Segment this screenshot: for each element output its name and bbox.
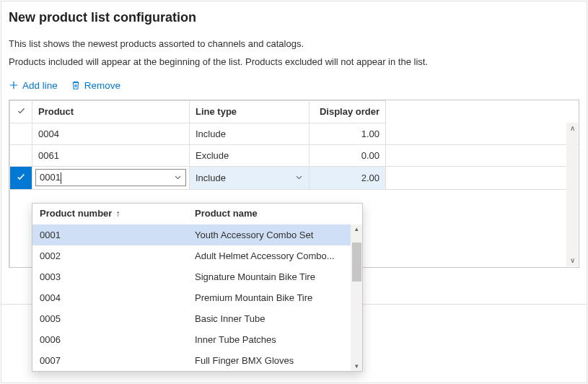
dropdown-item-name: Inner Tube Patches — [195, 334, 355, 345]
scrollbar-thumb[interactable] — [352, 243, 361, 282]
dropdown-item-number: 0002 — [40, 250, 195, 261]
column-header-select[interactable] — [10, 100, 32, 123]
checkmark-icon — [17, 106, 26, 115]
row-spacer — [386, 144, 579, 166]
line-type-value: Include — [196, 173, 226, 183]
sort-ascending-icon: ↑ — [115, 209, 120, 219]
dropdown-item[interactable]: 0006 Inner Tube Patches — [32, 329, 362, 350]
dropdown-item-number: 0003 — [40, 271, 195, 282]
dropdown-item-number: 0004 — [40, 292, 195, 303]
table-row[interactable]: 0004 Include 1.00 — [10, 123, 579, 144]
plus-icon — [9, 80, 19, 90]
display-order-cell[interactable]: 0.00 — [310, 144, 386, 166]
scroll-down-arrow-icon[interactable]: ▾ — [355, 363, 359, 370]
column-header-line-type[interactable]: Line type — [190, 100, 310, 123]
product-cell[interactable]: 0061 — [32, 144, 190, 166]
dropdown-column-product-number[interactable]: Product number ↑ — [40, 208, 195, 219]
add-line-button[interactable]: Add line — [9, 80, 58, 91]
line-type-cell[interactable]: Include — [190, 123, 310, 144]
dropdown-item-number: 0006 — [40, 334, 195, 345]
product-cell[interactable]: 0004 — [32, 123, 190, 144]
row-spacer — [386, 123, 579, 144]
chevron-down-icon[interactable] — [174, 173, 182, 183]
dropdown-item[interactable]: 0004 Premium Mountain Bike Tire — [32, 287, 362, 308]
description-line-1: This list shows the newest products asso… — [9, 38, 579, 51]
dropdown-item-name: Full Finger BMX Gloves — [195, 355, 355, 366]
toolbar: Add line Remove — [9, 80, 579, 91]
dropdown-item[interactable]: 0002 Adult Helmet Accessory Combo... — [32, 245, 362, 266]
row-select-cell-checked[interactable] — [10, 166, 32, 189]
dropdown-item-name: Youth Accessory Combo Set — [195, 230, 355, 240]
product-cell-editing[interactable]: 0001 — [32, 166, 190, 189]
row-spacer — [386, 166, 579, 189]
remove-label: Remove — [84, 80, 120, 91]
table-row-selected[interactable]: 0001 Include — [10, 166, 579, 189]
remove-button[interactable]: Remove — [71, 80, 120, 91]
line-type-cell[interactable]: Exclude — [190, 144, 310, 166]
description-line-2: Products included will appear at the beg… — [9, 56, 579, 67]
dropdown-item-number: 0005 — [40, 313, 195, 324]
product-list-config-panel: New product list configuration This list… — [1, 1, 587, 383]
dropdown-item-number: 0007 — [40, 355, 195, 366]
line-type-cell-select[interactable]: Include — [190, 166, 310, 189]
dropdown-item-name: Signature Mountain Bike Tire — [195, 271, 355, 282]
scroll-down-arrow-icon[interactable]: ∨ — [570, 257, 575, 264]
dropdown-item-name: Premium Mountain Bike Tire — [195, 292, 355, 303]
column-header-display-order[interactable]: Display order — [310, 100, 386, 123]
column-header-product[interactable]: Product — [32, 100, 190, 123]
trash-icon — [71, 80, 81, 90]
dropdown-scrollbar[interactable]: ▴ ▾ — [351, 224, 362, 371]
dropdown-item[interactable]: 0001 Youth Accessory Combo Set — [32, 224, 362, 245]
row-select-cell[interactable] — [10, 123, 32, 144]
checkmark-icon — [16, 172, 26, 182]
column-header-spacer — [386, 100, 579, 123]
product-input-value: 0001 — [40, 172, 174, 184]
add-line-label: Add line — [22, 80, 58, 91]
display-order-cell[interactable]: 2.00 — [310, 166, 386, 189]
scroll-up-arrow-icon[interactable]: ∧ — [570, 125, 575, 132]
product-lookup-dropdown: Product number ↑ Product name 0001 Youth… — [32, 203, 363, 372]
dropdown-item[interactable]: 0003 Signature Mountain Bike Tire — [32, 266, 362, 287]
table-row[interactable]: 0061 Exclude 0.00 — [10, 144, 579, 166]
dropdown-col-number-label: Product number — [40, 208, 112, 219]
row-select-cell[interactable] — [10, 144, 32, 166]
dropdown-column-product-name[interactable]: Product name — [195, 208, 355, 219]
page-title: New product list configuration — [9, 10, 579, 25]
dropdown-item[interactable]: 0007 Full Finger BMX Gloves — [32, 350, 362, 371]
grid-vertical-scrollbar[interactable]: ∧ ∨ — [566, 123, 578, 267]
dropdown-item-number: 0001 — [40, 230, 195, 240]
dropdown-list: 0001 Youth Accessory Combo Set 0002 Adul… — [32, 224, 362, 371]
text-caret — [61, 173, 61, 184]
dropdown-item-name: Adult Helmet Accessory Combo... — [195, 250, 355, 261]
product-lookup-input[interactable]: 0001 — [35, 169, 186, 186]
grid-header-row: Product Line type Display order — [10, 100, 579, 123]
display-order-cell[interactable]: 1.00 — [310, 123, 386, 144]
dropdown-header: Product number ↑ Product name — [32, 204, 362, 224]
dropdown-item-name: Basic Inner Tube — [195, 313, 355, 324]
dropdown-item[interactable]: 0005 Basic Inner Tube — [32, 308, 362, 329]
scroll-up-arrow-icon[interactable]: ▴ — [355, 226, 359, 232]
chevron-down-icon[interactable] — [295, 173, 303, 183]
